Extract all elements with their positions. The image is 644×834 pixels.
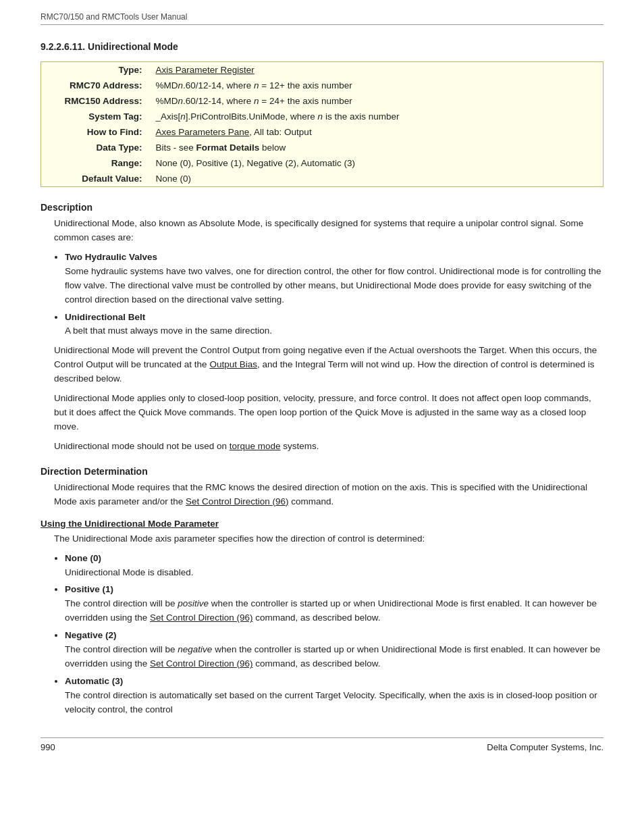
bullet-automatic: Automatic (3) The control direction is a… [65,675,603,717]
label-rmc70: RMC70 Address: [41,78,149,93]
torque-mode-link[interactable]: torque mode [230,441,281,451]
label-data-type: Data Type: [41,140,149,155]
description-intro: Unidirectional Mode, also known as Absol… [54,217,603,245]
direction-bullets: None (0) Unidirectional Mode is disabled… [65,552,603,717]
bullet-none-text: Unidirectional Mode is disabled. [65,567,194,577]
table-row: RMC70 Address: %MDn.60/12-14, where n = … [41,78,603,93]
bullet-hydraulic-valves: Two Hydraulic Valves Some hydraulic syst… [65,251,603,307]
label-rmc150: RMC150 Address: [41,93,149,109]
using-parameter-intro: The Unidirectional Mode axis parameter s… [54,532,603,546]
output-bias-link[interactable]: Output Bias [209,359,257,369]
description-para2: Unidirectional Mode applies only to clos… [54,392,603,434]
bullet-positive-title: Positive (1) [65,584,113,594]
bullet-hydraulic-text: Some hydraulic systems have two valves, … [65,266,601,305]
value-data-type: Bits - see Format Details below [149,140,603,155]
header-bar: RMC70/150 and RMCTools User Manual [41,12,603,25]
info-table: Type: Axis Parameter Register RMC70 Addr… [41,61,603,187]
table-row: Type: Axis Parameter Register [41,62,603,78]
direction-determination-intro: Unidirectional Mode requires that the RM… [54,481,603,509]
value-how-to-find: Axes Parameters Pane, All tab: Output [149,124,603,140]
bullet-automatic-text: The control direction is automatically s… [65,690,597,714]
bullet-hydraulic-title: Two Hydraulic Valves [65,252,157,262]
bullet-belt-text: A belt that must always move in the same… [65,325,272,336]
table-row: Range: None (0), Positive (1), Negative … [41,155,603,171]
bullet-automatic-title: Automatic (3) [65,676,123,686]
label-range: Range: [41,155,149,171]
company-name: Delta Computer Systems, Inc. [487,742,603,752]
description-para1: Unidirectional Mode will prevent the Con… [54,344,603,386]
section-heading: 9.2.2.6.11. Unidirectional Mode [41,41,603,52]
footer-bar: 990 Delta Computer Systems, Inc. [41,737,603,752]
bullet-positive: Positive (1) The control direction will … [65,583,603,625]
section-number: 9.2.2.6.11. [41,41,85,52]
table-row: Data Type: Bits - see Format Details bel… [41,140,603,155]
value-rmc150: %MDn.60/12-14, where n = 24+ the axis nu… [149,93,603,109]
table-row: System Tag: _Axis[n].PriControlBits.UniM… [41,109,603,124]
direction-determination-title: Direction Determination [41,466,603,477]
set-control-direction-negative-link[interactable]: Set Control Direction (96) [150,658,252,669]
set-control-direction-positive-link[interactable]: Set Control Direction (96) [150,613,252,623]
value-rmc70: %MDn.60/12-14, where n = 12+ the axis nu… [149,78,603,93]
value-default: None (0) [149,171,603,187]
using-parameter-title: Using the Unidirectional Mode Parameter [41,519,603,529]
bullet-none: None (0) Unidirectional Mode is disabled… [65,552,603,580]
page-container: RMC70/150 and RMCTools User Manual 9.2.2… [0,0,644,834]
table-row: How to Find: Axes Parameters Pane, All t… [41,124,603,140]
label-how-to-find: How to Find: [41,124,149,140]
set-control-direction-link[interactable]: Set Control Direction (96) [186,496,288,506]
value-type: Axis Parameter Register [149,62,603,78]
page-number: 990 [41,742,55,752]
bullet-belt-title: Unidirectional Belt [65,312,145,322]
header-title: RMC70/150 and RMCTools User Manual [41,12,187,22]
table-row: Default Value: None (0) [41,171,603,187]
axis-parameter-register-link[interactable]: Axis Parameter Register [156,65,254,75]
bullet-none-title: None (0) [65,553,101,563]
bullet-negative-title: Negative (2) [65,630,117,640]
label-type: Type: [41,62,149,78]
axes-parameters-pane-link[interactable]: Axes Parameters Pane [156,127,250,137]
bullet-positive-text: The control direction will be positive w… [65,598,597,623]
description-para3: Unidirectional mode should not be used o… [54,440,603,454]
value-system-tag: _Axis[n].PriControlBits.UniMode, where n… [149,109,603,124]
bullet-negative: Negative (2) The control direction will … [65,629,603,671]
description-bullets: Two Hydraulic Valves Some hydraulic syst… [65,251,603,339]
section-title: Unidirectional Mode [88,41,178,52]
label-system-tag: System Tag: [41,109,149,124]
bullet-negative-text: The control direction will be negative w… [65,644,600,669]
table-row: RMC150 Address: %MDn.60/12-14, where n =… [41,93,603,109]
bullet-belt: Unidirectional Belt A belt that must alw… [65,311,603,339]
value-range: None (0), Positive (1), Negative (2), Au… [149,155,603,171]
label-default: Default Value: [41,171,149,187]
description-title: Description [41,202,603,213]
